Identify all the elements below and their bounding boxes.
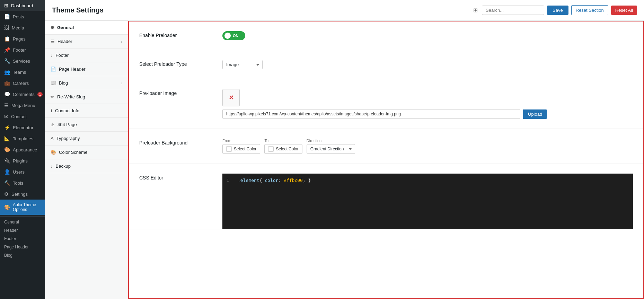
wp-admin-sidebar: ⊞ Dashboard 📄 Posts 🖼 Media 📋 Pages 📌 Fo…: [0, 0, 45, 299]
preloader-type-control: Image Spinner Progress Bar: [222, 60, 633, 69]
sidebar-item-templates[interactable]: 📐 Templates: [0, 133, 45, 144]
dashboard-icon: ⊞: [4, 3, 8, 8]
direction-select[interactable]: Gradient Direction Left to Right Top to …: [307, 144, 355, 154]
gradient-row: From Select Color To Select C: [222, 139, 633, 154]
sidebar-item-contact[interactable]: ✉ Contact: [0, 111, 45, 122]
content-inner: Enable Preloader ON Select Preloader Typ…: [128, 21, 644, 299]
enable-preloader-control: ON: [222, 31, 633, 40]
sidebar-item-media[interactable]: 🖼 Media: [0, 22, 45, 33]
posts-icon: 📄: [4, 14, 10, 19]
header-icon: ☰: [51, 39, 55, 44]
sidebar-item-mega-menu[interactable]: ☰ Mega Menu: [0, 100, 45, 111]
enable-preloader-label: Enable Preloader: [139, 31, 222, 38]
theme-nav-general[interactable]: ⊞ General: [45, 21, 128, 35]
preloader-image-control: ✕ Upload: [222, 89, 633, 119]
general-icon: ⊞: [51, 25, 54, 30]
sidebar-item-dashboard[interactable]: ⊞ Dashboard: [0, 0, 45, 11]
css-editor-control: 1 .element{ color: #ffbc00; }: [222, 174, 633, 229]
theme-nav-color-scheme[interactable]: 🎨 Color Scheme: [45, 146, 128, 159]
contact-icon: ✉: [4, 114, 8, 119]
preloader-background-row: Preloader Background From Select Color: [129, 129, 643, 164]
preloader-type-select[interactable]: Image Spinner Progress Bar: [222, 60, 263, 69]
theme-nav-blog[interactable]: 📰 Blog ›: [45, 76, 128, 90]
toggle-text: ON: [233, 34, 239, 38]
search-input[interactable]: [482, 6, 544, 15]
careers-icon: 💼: [4, 80, 10, 86]
theme-nav-backup[interactable]: ↓ Backup: [45, 159, 128, 173]
main-content: Theme Settings ⊞ Save Reset Section Rese…: [45, 0, 644, 299]
aplio-theme-icon: 🎨: [4, 204, 10, 210]
body-layout: ⊞ General ☰ Header › ↓ Footer 📄: [45, 21, 644, 299]
theme-header: Theme Settings ⊞ Save Reset Section Rese…: [45, 0, 644, 21]
sidebar-item-aplio-theme[interactable]: 🎨 Aplio Theme Options: [0, 200, 45, 215]
sidebar-item-plugins[interactable]: 🔌 Plugins: [0, 155, 45, 166]
to-color-picker[interactable]: Select Color: [264, 144, 302, 154]
backup-icon: ↓: [51, 164, 53, 169]
theme-sidebar: ⊞ General ☰ Header › ↓ Footer 📄: [45, 21, 128, 299]
theme-nav-typography[interactable]: A Typography: [45, 132, 128, 146]
image-url-input[interactable]: [222, 109, 520, 119]
from-label: From: [222, 139, 260, 143]
image-url-row: Upload: [222, 109, 633, 119]
reset-section-button[interactable]: Reset Section: [571, 5, 608, 15]
sidebar-bottom-page-header[interactable]: Page Header: [0, 243, 45, 251]
sidebar-item-pages[interactable]: 📋 Pages: [0, 33, 45, 44]
sidebar-item-footer[interactable]: 📌 Footer: [0, 44, 45, 55]
sidebar-item-posts[interactable]: 📄 Posts: [0, 11, 45, 22]
preloader-image-row: Pre-loader Image ✕ Upload: [129, 79, 643, 129]
services-icon: 🔧: [4, 58, 10, 64]
theme-nav-rewrite-slug[interactable]: ✏ Re-Write Slug: [45, 90, 128, 104]
sidebar-item-users[interactable]: 👤 Users: [0, 166, 45, 177]
reset-all-button[interactable]: Reset All: [611, 6, 637, 15]
typography-icon: A: [51, 136, 54, 141]
preloader-background-control: From Select Color To Select C: [222, 139, 633, 154]
blog-chevron-icon: ›: [121, 81, 122, 85]
mega-menu-icon: ☰: [4, 103, 9, 108]
sidebar-divider: [0, 216, 45, 217]
sidebar-item-tools[interactable]: 🔨 Tools: [0, 177, 45, 188]
preloader-type-row: Select Preloader Type Image Spinner Prog…: [129, 50, 643, 79]
sidebar-item-settings[interactable]: ⚙ Settings: [0, 188, 45, 200]
sidebar-bottom-header[interactable]: Header: [0, 226, 45, 235]
line-number: 1: [227, 178, 232, 183]
rewrite-slug-icon: ✏: [51, 94, 54, 99]
page-title: Theme Settings: [52, 6, 104, 14]
preloader-toggle[interactable]: ON: [222, 31, 245, 40]
sidebar-item-comments[interactable]: 💬 Comments 1: [0, 89, 45, 100]
comments-icon: 💬: [4, 91, 10, 97]
theme-nav-header[interactable]: ☰ Header ›: [45, 35, 128, 49]
theme-nav-404[interactable]: ⚠ 404 Page: [45, 118, 128, 132]
header-actions: ⊞ Save Reset Section Reset All: [473, 5, 637, 15]
from-field: From Select Color: [222, 139, 260, 154]
sidebar-item-careers[interactable]: 💼 Careers: [0, 78, 45, 89]
contact-info-icon: ℹ: [51, 108, 52, 113]
save-button[interactable]: Save: [547, 6, 568, 15]
templates-icon: 📐: [4, 136, 10, 141]
from-color-picker[interactable]: Select Color: [222, 144, 260, 154]
css-editor-label: CSS Editor: [139, 174, 222, 181]
css-editor[interactable]: 1 .element{ color: #ffbc00; }: [222, 174, 633, 229]
sidebar-item-appearance[interactable]: 🎨 Appearance: [0, 144, 45, 155]
image-upload-area: ✕ Upload: [222, 89, 633, 119]
content-panel: Enable Preloader ON Select Preloader Typ…: [128, 21, 644, 299]
sidebar-bottom-general[interactable]: General: [0, 218, 45, 226]
theme-nav-page-header[interactable]: 📄 Page Header: [45, 62, 128, 76]
sidebar-item-services[interactable]: 🔧 Services: [0, 55, 45, 67]
from-color-swatch: [226, 146, 232, 152]
comments-badge: 1: [37, 92, 43, 97]
sidebar-bottom-blog[interactable]: Blog: [0, 251, 45, 260]
blog-icon: 📰: [51, 80, 56, 86]
direction-label: Direction: [307, 139, 355, 143]
to-label: To: [264, 139, 302, 143]
upload-button[interactable]: Upload: [523, 109, 547, 119]
theme-nav-footer[interactable]: ↓ Footer: [45, 49, 128, 62]
chevron-right-icon: ›: [121, 39, 122, 44]
grid-icon[interactable]: ⊞: [473, 7, 478, 14]
footer-icon: 📌: [4, 47, 10, 53]
users-icon: 👤: [4, 169, 10, 175]
sidebar-item-teams[interactable]: 👥 Teams: [0, 67, 45, 78]
css-editor-row: CSS Editor 1 .element{ color: #ffbc00; }: [129, 164, 643, 229]
sidebar-item-elementor[interactable]: ⚡ Elementor: [0, 122, 45, 133]
sidebar-bottom-footer[interactable]: Footer: [0, 235, 45, 243]
theme-nav-contact-info[interactable]: ℹ Contact Info: [45, 104, 128, 118]
